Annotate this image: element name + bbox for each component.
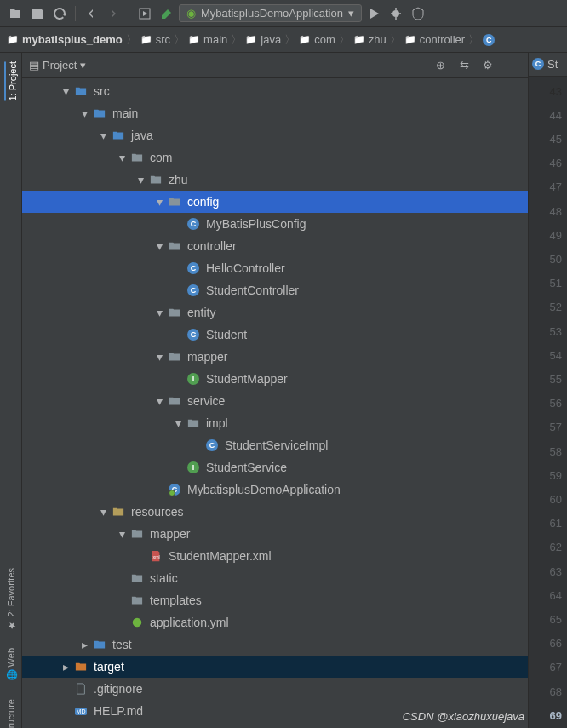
tree-node[interactable]: IStudentService xyxy=(22,456,528,479)
tree-node[interactable]: ▾controller xyxy=(22,235,528,257)
breadcrumb-item[interactable]: 📁java xyxy=(245,33,281,46)
save-icon[interactable] xyxy=(27,3,48,24)
project-tree[interactable]: ▾src▾main▾java▾com▾zhu▾configCMyBatisPlu… xyxy=(22,78,528,728)
minimize-icon[interactable]: — xyxy=(502,56,521,75)
tree-node[interactable]: CStudentController xyxy=(22,279,528,301)
chevron-down-icon[interactable]: ▾ xyxy=(153,196,165,208)
run-icon[interactable] xyxy=(364,3,384,24)
line-number[interactable]: 62 xyxy=(550,536,562,559)
breadcrumb-item[interactable]: 📁src xyxy=(140,33,170,46)
line-number[interactable]: 59 xyxy=(550,464,562,488)
line-number[interactable]: 51 xyxy=(550,272,562,295)
tree-node[interactable]: ▾src xyxy=(22,80,528,102)
line-number[interactable]: 60 xyxy=(550,488,562,512)
tree-node[interactable]: ▾java xyxy=(22,124,528,146)
project-view-selector[interactable]: ▤ Project ▾ xyxy=(29,59,86,72)
tree-node[interactable]: ▾service xyxy=(22,390,528,412)
web-tool-button[interactable]: 🌐Web xyxy=(5,648,16,681)
tree-node[interactable]: IStudentMapper xyxy=(22,368,528,390)
chevron-down-icon[interactable]: ▾ xyxy=(116,528,128,540)
breadcrumb-item[interactable]: C xyxy=(483,34,498,46)
target-icon[interactable]: ⊕ xyxy=(431,56,450,75)
sync-icon[interactable] xyxy=(49,3,70,24)
breadcrumb-item[interactable]: 📁zhu xyxy=(353,33,387,46)
line-number[interactable]: 45 xyxy=(550,128,562,152)
tree-node[interactable]: CStudentServiceImpl xyxy=(22,434,528,456)
open-icon[interactable] xyxy=(5,3,26,24)
chevron-down-icon[interactable]: ▾ xyxy=(97,506,109,518)
line-number[interactable]: 46 xyxy=(550,152,562,175)
chevron-down-icon[interactable]: ▾ xyxy=(153,395,165,407)
tree-node[interactable]: CStudent xyxy=(22,324,528,346)
chevron-right-icon[interactable]: ▸ xyxy=(60,661,72,673)
structure-tool-button[interactable]: ructure xyxy=(6,699,16,728)
tree-node[interactable]: ▾mapper xyxy=(22,346,528,368)
line-number[interactable]: 66 xyxy=(550,632,562,656)
collapse-icon[interactable]: ⇆ xyxy=(455,56,473,75)
debug-icon[interactable] xyxy=(386,3,406,24)
line-number[interactable]: 69 xyxy=(550,704,562,728)
tree-node[interactable]: ▸target xyxy=(22,656,528,678)
tree-node[interactable]: .gitignore xyxy=(22,678,528,700)
chevron-down-icon[interactable]: ▾ xyxy=(172,417,184,429)
chevron-down-icon[interactable]: ▾ xyxy=(153,307,165,318)
editor-tab[interactable]: C St xyxy=(529,58,561,71)
line-number[interactable]: 68 xyxy=(550,680,562,704)
tree-node[interactable]: ▾config xyxy=(22,191,528,213)
line-number[interactable]: 63 xyxy=(550,560,562,584)
tree-node[interactable]: ▾entity xyxy=(22,301,528,324)
line-number[interactable]: 47 xyxy=(550,175,562,199)
tree-node[interactable]: ▾mapper xyxy=(22,523,528,545)
line-number[interactable]: 53 xyxy=(550,320,562,344)
tree-node[interactable]: xmlStudentMapper.xml xyxy=(22,545,528,567)
line-number[interactable]: 67 xyxy=(550,656,562,679)
tree-node[interactable]: static xyxy=(22,567,528,589)
chevron-down-icon[interactable]: ▾ xyxy=(116,152,128,163)
tree-node[interactable]: ▸test xyxy=(22,633,528,656)
chevron-down-icon[interactable]: ▾ xyxy=(153,351,165,363)
tree-node[interactable]: CMybatisplusDemoApplication xyxy=(22,479,528,501)
line-number[interactable]: 64 xyxy=(550,584,562,608)
project-tool-button[interactable]: 1: Project xyxy=(4,61,18,100)
line-number[interactable]: 65 xyxy=(550,608,562,632)
line-number[interactable]: 52 xyxy=(550,295,562,319)
line-number[interactable]: 54 xyxy=(550,344,562,368)
coverage-icon[interactable] xyxy=(408,3,428,24)
line-number[interactable]: 43 xyxy=(550,80,562,104)
line-number[interactable]: 50 xyxy=(550,248,562,272)
chevron-down-icon[interactable]: ▾ xyxy=(60,85,72,97)
line-number[interactable]: 58 xyxy=(550,440,562,464)
breadcrumb-item[interactable]: 📁mybatisplus_demo xyxy=(7,33,123,46)
back-icon[interactable] xyxy=(81,3,101,24)
tree-node[interactable]: CMyBatisPlusConfig xyxy=(22,213,528,235)
breadcrumb-item[interactable]: 📁controller xyxy=(404,33,465,46)
favorites-tool-button[interactable]: ★2: Favorites xyxy=(5,568,16,631)
gear-icon[interactable]: ⚙ xyxy=(478,56,497,75)
build-icon[interactable] xyxy=(157,3,177,24)
breadcrumb-item[interactable]: 📁com xyxy=(299,33,335,46)
line-number[interactable]: 48 xyxy=(550,200,562,224)
line-number[interactable]: 57 xyxy=(550,416,562,439)
line-number[interactable]: 44 xyxy=(550,104,562,128)
tree-node[interactable]: ▾resources xyxy=(22,501,528,523)
tree-node[interactable]: ▾main xyxy=(22,102,528,124)
line-number[interactable]: 55 xyxy=(550,368,562,392)
run-config-dropdown[interactable]: ◉ MybatisplusDemoApplication ▾ xyxy=(179,4,362,22)
tree-node[interactable]: CHelloController xyxy=(22,257,528,279)
chevron-down-icon[interactable]: ▾ xyxy=(153,240,165,252)
tree-node[interactable]: ▾zhu xyxy=(22,169,528,191)
chevron-down-icon[interactable]: ▾ xyxy=(78,107,90,119)
breadcrumb-item[interactable]: 📁main xyxy=(188,33,227,46)
tree-node[interactable]: templates xyxy=(22,589,528,611)
tree-node[interactable]: ▾impl xyxy=(22,412,528,434)
forward-icon[interactable] xyxy=(103,3,123,24)
line-number[interactable]: 61 xyxy=(550,512,562,536)
select-run-icon[interactable] xyxy=(135,3,155,24)
chevron-down-icon[interactable]: ▾ xyxy=(97,129,109,141)
line-number[interactable]: 56 xyxy=(550,392,562,416)
tree-node[interactable]: application.yml xyxy=(22,611,528,633)
line-number[interactable]: 49 xyxy=(550,224,562,248)
tree-node[interactable]: ▾com xyxy=(22,146,528,169)
chevron-right-icon[interactable]: ▸ xyxy=(78,639,90,651)
chevron-down-icon[interactable]: ▾ xyxy=(135,174,146,186)
